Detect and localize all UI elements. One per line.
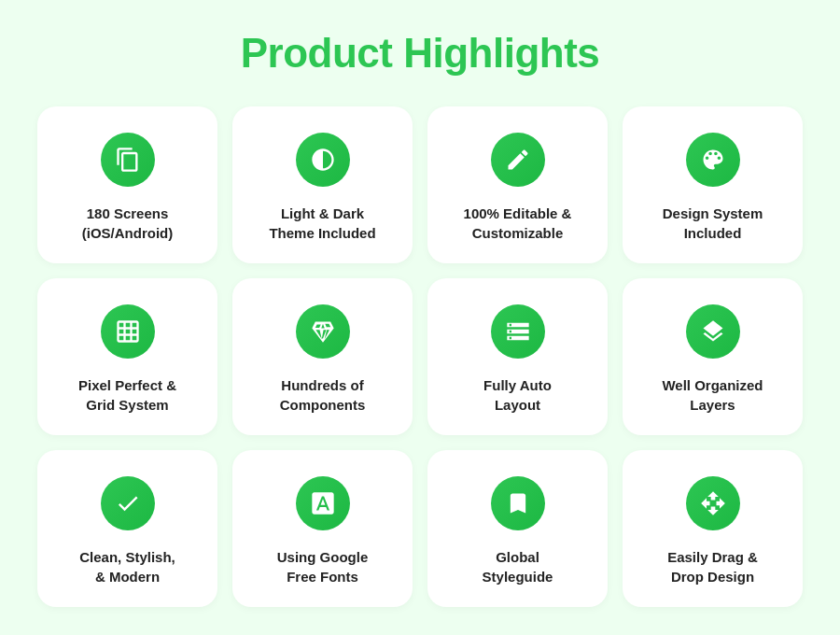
layers-icon — [700, 318, 726, 345]
card-light-dark: Light & DarkTheme Included — [232, 106, 413, 263]
card-design-system: Design SystemIncluded — [623, 106, 803, 263]
styleguide-icon-circle — [491, 476, 545, 530]
check-icon — [115, 490, 141, 516]
components-label: Hundreds ofComponents — [280, 375, 366, 415]
auto-layout-icon-circle — [491, 304, 545, 359]
screens-label: 180 Screens(iOS/Android) — [82, 204, 174, 243]
stylish-label: Clean, Stylish,& Modern — [79, 547, 175, 586]
light-dark-icon-circle — [296, 133, 350, 187]
card-fonts: Using GoogleFree Fonts — [232, 450, 413, 607]
card-editable: 100% Editable &Customizable — [427, 106, 608, 263]
copy-icon — [115, 147, 141, 173]
card-stylish: Clean, Stylish,& Modern — [37, 450, 217, 607]
page-wrapper: Product Highlights 180 Screens(iOS/Andro… — [0, 0, 840, 635]
card-auto-layout: Fully AutoLayout — [427, 278, 608, 435]
auto-layout-icon — [505, 318, 531, 345]
move-icon — [700, 490, 726, 516]
fonts-label: Using GoogleFree Fonts — [277, 547, 369, 586]
pixel-perfect-icon-circle — [101, 304, 155, 359]
light-dark-label: Light & DarkTheme Included — [269, 204, 375, 243]
drag-drop-label: Easily Drag &Drop Design — [667, 547, 758, 586]
design-system-icon-circle — [686, 133, 740, 187]
components-icon-circle — [296, 304, 350, 359]
page-title: Product Highlights — [37, 30, 803, 77]
stylish-icon-circle — [101, 476, 155, 530]
styleguide-label: GlobalStyleguide — [483, 547, 553, 586]
palette-icon — [700, 147, 726, 173]
grid-icon — [115, 318, 141, 345]
card-styleguide: GlobalStyleguide — [427, 450, 608, 607]
bookmark-icon — [505, 490, 531, 516]
card-drag-drop: Easily Drag &Drop Design — [623, 450, 803, 607]
card-organized: Well OrganizedLayers — [623, 278, 803, 435]
font-icon — [310, 490, 336, 516]
screens-icon-circle — [101, 133, 155, 187]
organized-icon-circle — [686, 304, 740, 359]
diamond-icon — [310, 318, 336, 345]
card-screens: 180 Screens(iOS/Android) — [37, 106, 217, 263]
auto-layout-label: Fully AutoLayout — [483, 375, 552, 415]
highlights-grid: 180 Screens(iOS/Android) Light & DarkThe… — [37, 106, 803, 607]
pixel-perfect-label: Pixel Perfect &Grid System — [78, 375, 176, 415]
design-system-label: Design SystemIncluded — [663, 204, 763, 243]
editable-icon-circle — [491, 133, 545, 187]
card-pixel-perfect: Pixel Perfect &Grid System — [37, 278, 217, 435]
contrast-icon — [310, 147, 336, 173]
drag-drop-icon-circle — [686, 476, 740, 530]
fonts-icon-circle — [296, 476, 350, 530]
editable-label: 100% Editable &Customizable — [464, 204, 572, 243]
organized-label: Well OrganizedLayers — [662, 375, 763, 415]
card-components: Hundreds ofComponents — [232, 278, 413, 435]
edit-icon — [505, 147, 531, 173]
